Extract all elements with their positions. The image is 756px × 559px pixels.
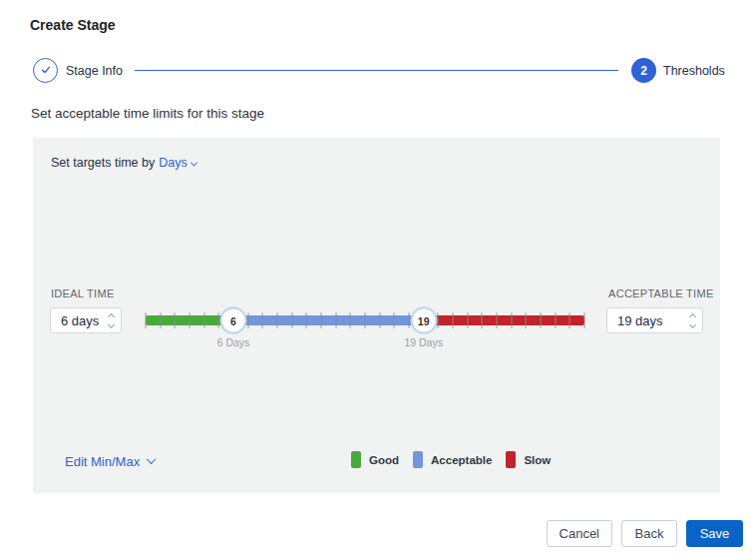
step-thresholds-circle[interactable]: 2 [631,58,656,83]
ideal-time-stepper [107,314,121,327]
slider-tick [379,312,381,328]
spinner-up-icon[interactable] [108,312,115,319]
slider-tick [481,312,483,328]
threshold-slider[interactable]: 6 19 6 Days 19 Days [146,309,584,331]
slider-segment-slow [424,315,584,325]
legend-label: Slow [524,454,551,466]
slider-tick [203,312,205,328]
cancel-button[interactable]: Cancel [547,520,612,547]
spinner-down-icon[interactable] [108,320,115,327]
slider-tick [145,312,147,328]
slider-tick [496,312,498,328]
legend-label: Good [369,454,399,466]
slider-handle-ideal[interactable]: 6 [220,307,247,334]
step-stage-info-label[interactable]: Stage Info [66,64,123,78]
acceptable-handle-caption: 19 Days [404,336,443,348]
ideal-time-label: IDEAL TIME [51,287,115,299]
slider-tick [568,312,570,328]
edit-minmax-toggle[interactable]: Edit Min/Max [65,454,155,469]
legend-item-acceptable: Acceptable [413,451,492,468]
slider-tick [393,312,395,328]
slider-tick [291,312,293,328]
acceptable-swatch [413,451,423,468]
slider-handle-acceptable[interactable]: 19 [410,307,437,334]
slow-swatch [506,451,516,468]
slider-tick [452,312,454,328]
slider-tick [525,312,527,328]
set-targets-row: Set targets time by Days [51,156,196,170]
step-thresholds-label[interactable]: Thresholds [663,64,725,78]
slider-tick [320,312,322,328]
slider-tick [540,312,542,328]
create-stage-dialog: Create Stage Stage Info 2 Thresholds Set… [0,0,756,559]
page-title: Create Stage [30,17,116,33]
check-icon [40,62,52,80]
slider-tick [305,312,307,328]
step-number: 2 [640,64,647,78]
chevron-down-icon[interactable] [191,156,196,170]
stepper-connector [135,70,618,71]
good-swatch [351,451,361,468]
slider-tick [349,312,351,328]
ideal-handle-caption: 6 Days [217,336,250,348]
slider-tick [189,312,190,328]
acceptable-time-value[interactable] [607,308,688,332]
acceptable-time-label: ACCEPTABLE TIME [608,287,714,299]
acceptable-time-input[interactable] [606,307,703,333]
legend-item-slow: Slow [506,451,551,468]
slider-tick [437,312,439,328]
legend-label: Acceptable [431,454,492,466]
ideal-time-value[interactable] [51,308,107,332]
save-button[interactable]: Save [686,520,743,547]
slider-tick [174,312,176,328]
slider-tick [261,312,263,328]
slider-tick [511,312,513,328]
slider-tick [160,312,162,328]
back-button[interactable]: Back [621,520,677,547]
step-stage-info-circle[interactable] [33,58,58,83]
spinner-down-icon[interactable] [689,320,696,327]
slider-tick [276,312,278,328]
legend-item-good: Good [351,451,399,468]
chevron-down-icon [147,454,157,464]
spinner-up-icon[interactable] [689,312,696,319]
unit-dropdown[interactable]: Days [159,156,187,170]
acceptable-time-stepper [688,314,702,327]
set-targets-label: Set targets time by [51,156,155,170]
slider-tick [335,312,337,328]
slider-tick [247,312,249,328]
slider-tick [467,312,469,328]
thresholds-panel: Set targets time by Days IDEAL TIME 6 19… [33,138,720,493]
slider-tick [364,312,366,328]
dialog-footer: Cancel Back Save [547,520,743,547]
ideal-time-input[interactable] [50,307,122,333]
edit-minmax-label: Edit Min/Max [65,454,140,469]
slider-tick [555,312,557,328]
slider-legend: Good Acceptable Slow [351,451,551,468]
section-heading: Set acceptable time limits for this stag… [31,106,264,121]
slider-tick [583,312,585,328]
